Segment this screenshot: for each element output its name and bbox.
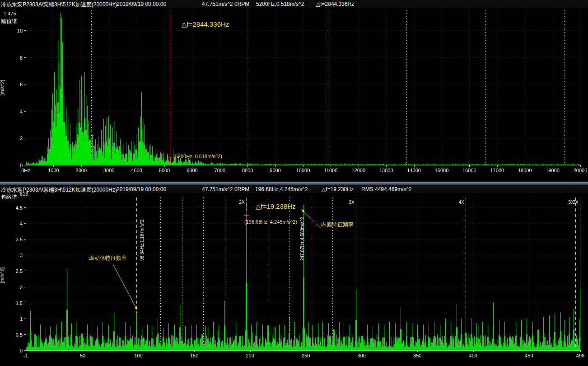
cursor-point-annotation: (5200Hz, 0.518m/s^2): [173, 154, 222, 159]
envelope-panel-header: 冷冻水泵P2303A\泵端3H\512K加速度(20000Hz) 2019/09…: [0, 185, 588, 193]
rpm-readout: 0RPM: [234, 186, 249, 192]
peak-label-247hz: 247.87Hz,4.583m/s^2: [300, 217, 305, 261]
ymax-label: 813: [20, 191, 28, 197]
ymax-label: 1.475: [4, 11, 16, 16]
panel-divider[interactable]: [0, 182, 588, 185]
rpm-readout: 0RPM: [234, 1, 249, 7]
y-unit-label: [m/s^2]: [0, 267, 5, 283]
panel-label: 包络谱: [1, 193, 17, 201]
roller-feature-label: 滚动体特征频率: [89, 254, 127, 262]
measurement-datetime: 2019/09/19 00:00:00: [117, 186, 166, 192]
delta-f-annotation: △f=2844.336Hz: [182, 20, 229, 28]
inner-race-feature-label: 内圈特征频率: [321, 221, 354, 229]
amplitude-spectrum-canvas[interactable]: [0, 8, 588, 182]
amplitude-panel-header: 冷冻水泵P2303A\泵端3H\512K加速度(20000Hz) 2019/09…: [0, 0, 588, 8]
cursor-readout: 196.68Hz,4.245m/s^2: [255, 186, 308, 192]
delta-f-readout: △f=19.238Hz: [322, 186, 354, 192]
cursor-point-annotation: (196.68Hz, 4.245m/s^2): [244, 219, 297, 225]
overall-level: 47.751m/s^2: [202, 186, 233, 192]
measurement-datetime: 2019/09/19 00:00:00: [117, 1, 166, 7]
rms-readout: RMS:4494.469m/s^2: [361, 186, 412, 192]
y-unit-label: [m/s^2]: [0, 80, 5, 95]
cursor-readout: 5200Hz,0.518m/s^2: [256, 1, 304, 7]
delta-f-readout: △f=2844.336Hz: [316, 1, 354, 7]
overall-level: 47.751m/s^2: [202, 1, 233, 7]
delta-f-annotation: △f=19.238Hz: [256, 202, 296, 211]
peak-label-98hz: 98.34Hz,1.187m/s^2: [140, 220, 145, 261]
vibration-analyzer-window: 冷冻水泵P2303A\泵端3H\512K加速度(20000Hz) 2019/09…: [0, 0, 588, 366]
panel-label: 幅值谱: [1, 18, 17, 25]
